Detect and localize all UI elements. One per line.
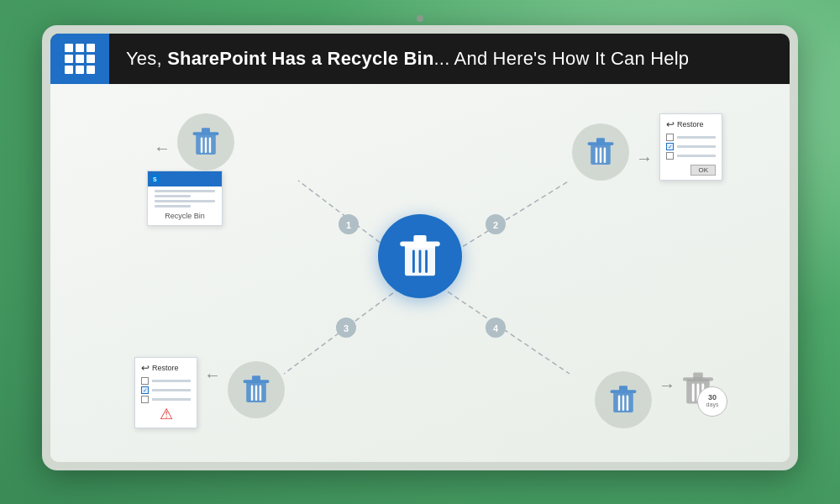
grid-dot [76, 44, 84, 52]
center-trash-svg [399, 234, 441, 280]
node-2-restore-card: ↩ Restore ✓ [659, 113, 722, 181]
restore-header-2: ↩ Restore [666, 118, 716, 130]
doc-line [155, 205, 191, 207]
restore-label-3: Restore [152, 364, 179, 372]
grid-dot [87, 55, 95, 63]
restore-row-2a [666, 134, 716, 141]
svg-text:4: 4 [493, 323, 499, 333]
header-title: Yes, SharePoint Has a Recycle Bin... And… [109, 48, 689, 70]
check-mark: ✓ [668, 144, 673, 150]
content-area: 1 2 3 4 [50, 84, 790, 462]
monitor-screen: Yes, SharePoint Has a Recycle Bin... And… [50, 34, 790, 462]
restore-row-3c [141, 396, 191, 403]
svg-point-6 [486, 214, 506, 234]
doc-line [155, 195, 191, 197]
svg-text:3: 3 [344, 323, 349, 333]
check-line-2c [677, 155, 716, 157]
svg-rect-41 [619, 386, 627, 391]
restore-row-2b: ✓ [666, 143, 716, 150]
svg-point-4 [339, 214, 359, 234]
days-badge: 30 days [697, 386, 727, 417]
node-4-days-container: 30 days [682, 371, 714, 410]
restore-arrow-icon: ↩ [666, 118, 675, 130]
node-1-circle [177, 113, 234, 171]
arrow-3: ← [204, 365, 221, 385]
trash-icon-4a [610, 385, 637, 415]
grid-dot [76, 55, 84, 63]
doc-card-header: S [148, 171, 222, 186]
svg-rect-29 [596, 138, 605, 143]
node-3-circle [228, 361, 285, 418]
svg-rect-47 [693, 372, 703, 378]
restore-arrow-icon-3: ↩ [141, 362, 150, 374]
grid-dot [65, 55, 73, 63]
trash-icon-1 [192, 127, 219, 157]
trash-icon-3 [243, 375, 270, 405]
checkbox-3b: ✓ [141, 386, 149, 394]
check-line-3c [152, 398, 191, 401]
checkbox-2a [666, 134, 674, 141]
sharepoint-icon: S [151, 175, 160, 183]
restore-header-3: ↩ Restore [141, 362, 191, 374]
check-mark-3: ✓ [143, 387, 148, 394]
days-number: 30 [708, 394, 717, 402]
svg-text:1: 1 [346, 220, 351, 230]
grid-dot [87, 44, 95, 52]
logo-area [50, 34, 109, 84]
trash-icon-2 [587, 137, 614, 167]
grid-dot [65, 44, 73, 52]
arrow-2: → [636, 149, 653, 168]
checkbox-2c [666, 152, 674, 160]
doc-lines [155, 190, 215, 207]
arrow-1: ← [154, 139, 171, 158]
ok-button-container: OK [666, 161, 716, 176]
restore-row-3b: ✓ [141, 386, 191, 394]
camera-indicator [417, 15, 423, 22]
svg-point-8 [336, 318, 356, 338]
restore-row-3a [141, 377, 191, 385]
days-unit: days [706, 402, 719, 408]
doc-line [155, 200, 215, 202]
node-4-circle-blue [595, 371, 652, 428]
restore-label-2: Restore [677, 120, 704, 129]
check-line-3a [152, 380, 191, 382]
grid-dot [65, 66, 73, 74]
node-1-group: S Recycle Bin ← [147, 113, 234, 171]
center-trash-icon [378, 214, 462, 298]
grid-dot [76, 66, 84, 74]
ok-button[interactable]: OK [690, 165, 716, 176]
checkbox-3a [141, 377, 149, 385]
svg-rect-15 [413, 234, 426, 242]
title-suffix: ... And Here's How It Can Help [434, 48, 690, 69]
node-3-group: ↩ Restore ✓ [134, 357, 285, 428]
recycle-bin-label: Recycle Bin [155, 212, 215, 220]
node-4-group: → 30 days [595, 367, 714, 428]
monitor-frame: Yes, SharePoint Has a Recycle Bin... And… [42, 25, 798, 470]
check-line-2a [677, 136, 716, 139]
checkbox-2b: ✓ [666, 143, 674, 150]
warning-icon: ⚠ [141, 405, 191, 423]
svg-rect-23 [202, 128, 210, 133]
check-line-2b [677, 145, 716, 148]
svg-text:2: 2 [493, 220, 498, 230]
node-2-group: → ↩ Restore ✓ [572, 113, 722, 181]
doc-line [155, 190, 215, 192]
title-prefix: Yes, [126, 48, 167, 69]
check-line-3b [152, 389, 191, 391]
sharepoint-doc-card: S Recycle Bin [147, 171, 223, 226]
arrow-4: → [659, 375, 675, 395]
checkbox-3c [141, 396, 149, 403]
title-bold: SharePoint Has a Recycle Bin [167, 48, 433, 69]
grid-dot [87, 66, 95, 74]
restore-row-2c [666, 152, 716, 160]
node-3-restore-card: ↩ Restore ✓ [134, 357, 197, 428]
svg-rect-35 [252, 375, 260, 381]
svg-text:S: S [153, 176, 157, 182]
node-2-circle [572, 123, 629, 181]
header-bar: Yes, SharePoint Has a Recycle Bin... And… [50, 34, 790, 84]
grid-icon [65, 44, 95, 74]
svg-point-10 [486, 318, 506, 338]
